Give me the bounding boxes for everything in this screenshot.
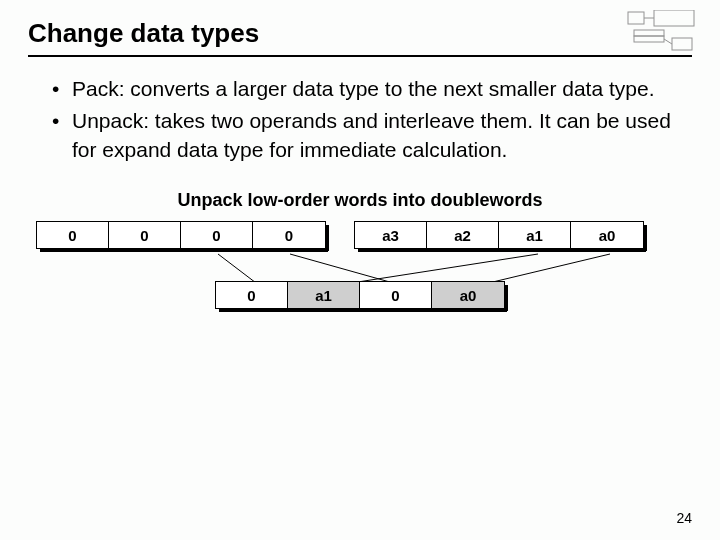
- source-operands-row: 0 0 0 0 a3 a2 a1 a0: [28, 221, 692, 249]
- svg-rect-5: [672, 38, 692, 50]
- result-cell: a0: [432, 282, 504, 308]
- operand-cell: a2: [427, 222, 499, 248]
- operand-cell: a0: [571, 222, 643, 248]
- diagram-caption: Unpack low-order words into doublewords: [28, 190, 692, 211]
- svg-rect-0: [628, 12, 644, 24]
- page-number: 24: [676, 510, 692, 526]
- result-row: 0 a1 0 a0: [28, 281, 692, 309]
- operand-cell: 0: [37, 222, 109, 248]
- result-cell: 0: [216, 282, 288, 308]
- header-decoration-icon: [626, 10, 698, 54]
- slide-title: Change data types: [28, 18, 692, 49]
- result-cell: 0: [360, 282, 432, 308]
- bullet-item: Pack: converts a larger data type to the…: [52, 75, 692, 103]
- bullet-item: Unpack: takes two operands and interleav…: [52, 107, 692, 164]
- operand-right-register: a3 a2 a1 a0: [354, 221, 644, 249]
- operand-cell: 0: [181, 222, 253, 248]
- operand-cell: a1: [499, 222, 571, 248]
- svg-line-6: [664, 39, 672, 44]
- operand-cell: a3: [355, 222, 427, 248]
- result-register: 0 a1 0 a0: [215, 281, 505, 309]
- unpack-diagram: Unpack low-order words into doublewords …: [28, 190, 692, 309]
- operand-cell: 0: [109, 222, 181, 248]
- result-cell: a1: [288, 282, 360, 308]
- title-divider: [28, 55, 692, 57]
- operand-cell: 0: [253, 222, 325, 248]
- svg-rect-4: [634, 36, 664, 42]
- svg-rect-3: [634, 30, 664, 36]
- operand-left-register: 0 0 0 0: [36, 221, 326, 249]
- bullet-list: Pack: converts a larger data type to the…: [28, 75, 692, 164]
